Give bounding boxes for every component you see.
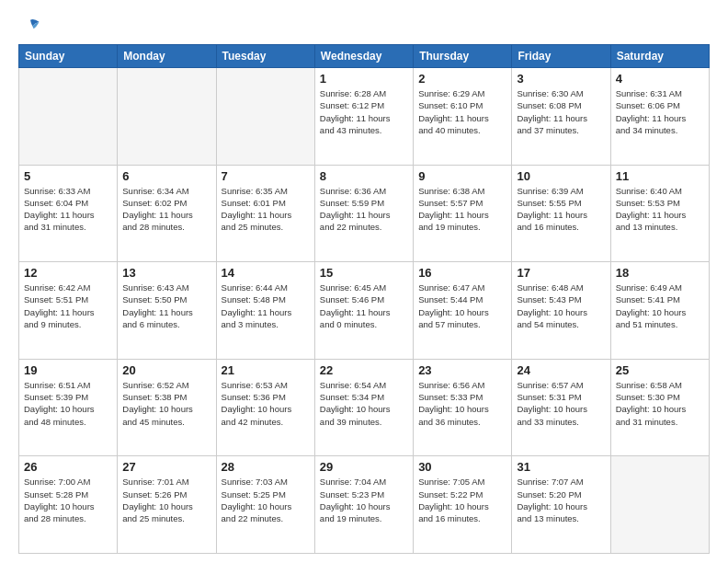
- day-info: Sunrise: 6:47 AMSunset: 5:44 PMDaylight:…: [418, 282, 506, 330]
- day-info: Sunrise: 6:49 AMSunset: 5:41 PMDaylight:…: [616, 282, 704, 330]
- day-info: Sunrise: 7:03 AMSunset: 5:25 PMDaylight:…: [222, 476, 310, 524]
- day-number: 14: [222, 266, 310, 280]
- day-info: Sunrise: 6:28 AMSunset: 6:12 PMDaylight:…: [320, 87, 408, 136]
- day-number: 20: [122, 363, 210, 377]
- day-info: Sunrise: 6:35 AMSunset: 6:01 PMDaylight:…: [222, 185, 310, 234]
- day-number: 15: [320, 266, 408, 280]
- day-info: Sunrise: 7:01 AMSunset: 5:26 PMDaylight:…: [122, 476, 210, 524]
- calendar-cell: 24Sunrise: 6:57 AMSunset: 5:31 PMDayligh…: [512, 359, 610, 456]
- calendar-cell: 21Sunrise: 6:53 AMSunset: 5:36 PMDayligh…: [216, 359, 314, 456]
- day-number: 1: [320, 72, 408, 86]
- calendar-cell: 6Sunrise: 6:34 AMSunset: 6:02 PMDaylight…: [118, 165, 216, 262]
- day-number: 27: [122, 460, 210, 474]
- day-info: Sunrise: 6:53 AMSunset: 5:36 PMDaylight:…: [222, 379, 310, 428]
- weekday-header-wednesday: Wednesday: [314, 45, 413, 68]
- calendar-cell: 23Sunrise: 6:56 AMSunset: 5:33 PMDayligh…: [414, 359, 512, 456]
- day-number: 3: [517, 72, 605, 86]
- day-number: 31: [517, 460, 605, 474]
- day-number: 2: [418, 72, 506, 86]
- calendar-cell: 19Sunrise: 6:51 AMSunset: 5:39 PMDayligh…: [19, 359, 118, 456]
- calendar-week-4: 19Sunrise: 6:51 AMSunset: 5:39 PMDayligh…: [19, 359, 710, 456]
- calendar-cell: 10Sunrise: 6:39 AMSunset: 5:55 PMDayligh…: [512, 165, 610, 262]
- day-info: Sunrise: 6:51 AMSunset: 5:39 PMDaylight:…: [24, 379, 112, 428]
- day-info: Sunrise: 6:42 AMSunset: 5:51 PMDaylight:…: [24, 282, 112, 330]
- day-number: 12: [24, 266, 112, 280]
- day-info: Sunrise: 6:54 AMSunset: 5:34 PMDaylight:…: [320, 379, 408, 428]
- day-info: Sunrise: 6:31 AMSunset: 6:06 PMDaylight:…: [616, 87, 704, 136]
- calendar-cell: 27Sunrise: 7:01 AMSunset: 5:26 PMDayligh…: [118, 456, 216, 554]
- calendar-cell: 16Sunrise: 6:47 AMSunset: 5:44 PMDayligh…: [414, 262, 512, 360]
- day-info: Sunrise: 6:38 AMSunset: 5:57 PMDaylight:…: [418, 185, 506, 234]
- calendar-cell: 22Sunrise: 6:54 AMSunset: 5:34 PMDayligh…: [314, 359, 413, 456]
- day-number: 7: [222, 169, 310, 183]
- day-number: 24: [517, 363, 605, 377]
- day-info: Sunrise: 6:30 AMSunset: 6:08 PMDaylight:…: [517, 87, 605, 136]
- calendar-cell: 12Sunrise: 6:42 AMSunset: 5:51 PMDayligh…: [19, 262, 118, 360]
- day-info: Sunrise: 6:34 AMSunset: 6:02 PMDaylight:…: [122, 185, 210, 234]
- calendar-cell: 29Sunrise: 7:04 AMSunset: 5:23 PMDayligh…: [314, 456, 413, 554]
- day-number: 25: [616, 363, 704, 377]
- calendar-cell: 18Sunrise: 6:49 AMSunset: 5:41 PMDayligh…: [610, 262, 709, 360]
- day-number: 9: [418, 169, 506, 183]
- day-number: 18: [616, 266, 704, 280]
- day-info: Sunrise: 6:40 AMSunset: 5:53 PMDaylight:…: [616, 185, 704, 234]
- calendar-cell: 2Sunrise: 6:29 AMSunset: 6:10 PMDaylight…: [414, 68, 512, 166]
- day-info: Sunrise: 6:58 AMSunset: 5:30 PMDaylight:…: [616, 379, 704, 428]
- calendar-week-5: 26Sunrise: 7:00 AMSunset: 5:28 PMDayligh…: [19, 456, 710, 554]
- calendar-cell: 20Sunrise: 6:52 AMSunset: 5:38 PMDayligh…: [118, 359, 216, 456]
- calendar-cell: 5Sunrise: 6:33 AMSunset: 6:04 PMDaylight…: [19, 165, 118, 262]
- calendar-week-3: 12Sunrise: 6:42 AMSunset: 5:51 PMDayligh…: [19, 262, 710, 360]
- day-number: 28: [222, 460, 310, 474]
- calendar-week-2: 5Sunrise: 6:33 AMSunset: 6:04 PMDaylight…: [19, 165, 710, 262]
- calendar-cell: 13Sunrise: 6:43 AMSunset: 5:50 PMDayligh…: [118, 262, 216, 360]
- day-number: 6: [122, 169, 210, 183]
- day-info: Sunrise: 7:00 AMSunset: 5:28 PMDaylight:…: [24, 476, 112, 524]
- day-info: Sunrise: 6:48 AMSunset: 5:43 PMDaylight:…: [517, 282, 605, 330]
- logo: [18, 17, 40, 35]
- weekday-header-sunday: Sunday: [19, 45, 118, 68]
- day-number: 19: [24, 363, 112, 377]
- day-number: 13: [122, 266, 210, 280]
- day-number: 4: [616, 72, 704, 86]
- calendar-cell: [610, 456, 709, 554]
- calendar-week-1: 1Sunrise: 6:28 AMSunset: 6:12 PMDaylight…: [19, 68, 710, 166]
- header: [18, 17, 710, 35]
- day-number: 29: [320, 460, 408, 474]
- day-number: 16: [418, 266, 506, 280]
- calendar-cell: 7Sunrise: 6:35 AMSunset: 6:01 PMDaylight…: [216, 165, 314, 262]
- calendar-cell: [216, 68, 314, 166]
- calendar-cell: 3Sunrise: 6:30 AMSunset: 6:08 PMDaylight…: [512, 68, 610, 166]
- day-info: Sunrise: 6:29 AMSunset: 6:10 PMDaylight:…: [418, 87, 506, 136]
- calendar-cell: 28Sunrise: 7:03 AMSunset: 5:25 PMDayligh…: [216, 456, 314, 554]
- day-number: 5: [24, 169, 112, 183]
- day-info: Sunrise: 6:43 AMSunset: 5:50 PMDaylight:…: [122, 282, 210, 330]
- calendar-cell: 30Sunrise: 7:05 AMSunset: 5:22 PMDayligh…: [414, 456, 512, 554]
- calendar-cell: 17Sunrise: 6:48 AMSunset: 5:43 PMDayligh…: [512, 262, 610, 360]
- calendar-cell: 15Sunrise: 6:45 AMSunset: 5:46 PMDayligh…: [314, 262, 413, 360]
- day-number: 10: [517, 169, 605, 183]
- calendar-cell: 31Sunrise: 7:07 AMSunset: 5:20 PMDayligh…: [512, 456, 610, 554]
- day-info: Sunrise: 6:45 AMSunset: 5:46 PMDaylight:…: [320, 282, 408, 330]
- calendar-table: SundayMondayTuesdayWednesdayThursdayFrid…: [18, 44, 710, 554]
- calendar-cell: [118, 68, 216, 166]
- day-info: Sunrise: 7:04 AMSunset: 5:23 PMDaylight:…: [320, 476, 408, 524]
- day-number: 8: [320, 169, 408, 183]
- day-number: 30: [418, 460, 506, 474]
- weekday-header-saturday: Saturday: [610, 45, 709, 68]
- day-info: Sunrise: 7:05 AMSunset: 5:22 PMDaylight:…: [418, 476, 506, 524]
- calendar-cell: 25Sunrise: 6:58 AMSunset: 5:30 PMDayligh…: [610, 359, 709, 456]
- day-info: Sunrise: 6:57 AMSunset: 5:31 PMDaylight:…: [517, 379, 605, 428]
- day-number: 21: [222, 363, 310, 377]
- day-number: 23: [418, 363, 506, 377]
- day-info: Sunrise: 6:36 AMSunset: 5:59 PMDaylight:…: [320, 185, 408, 234]
- calendar-cell: 11Sunrise: 6:40 AMSunset: 5:53 PMDayligh…: [610, 165, 709, 262]
- calendar-cell: 4Sunrise: 6:31 AMSunset: 6:06 PMDaylight…: [610, 68, 709, 166]
- day-info: Sunrise: 6:44 AMSunset: 5:48 PMDaylight:…: [222, 282, 310, 330]
- day-number: 22: [320, 363, 408, 377]
- logo-bird-icon: [20, 17, 40, 37]
- weekday-header-friday: Friday: [512, 45, 610, 68]
- calendar-cell: 8Sunrise: 6:36 AMSunset: 5:59 PMDaylight…: [314, 165, 413, 262]
- calendar-cell: 26Sunrise: 7:00 AMSunset: 5:28 PMDayligh…: [19, 456, 118, 554]
- weekday-header-thursday: Thursday: [414, 45, 512, 68]
- day-number: 17: [517, 266, 605, 280]
